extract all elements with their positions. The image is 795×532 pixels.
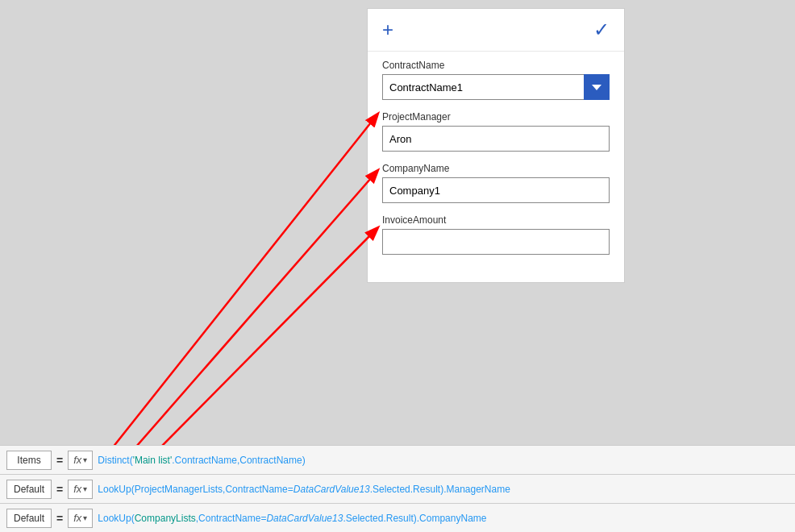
default-company-fx-button[interactable]: fx ▾ xyxy=(68,509,93,528)
company-name-input[interactable] xyxy=(382,177,610,203)
fx-text-3: fx xyxy=(73,512,81,524)
default-company-label: Default xyxy=(6,509,52,528)
default-manager-label: Default xyxy=(6,480,52,499)
fx-chevron-icon-2: ▾ xyxy=(83,484,87,493)
contract-name-label: ContractName xyxy=(382,60,610,71)
form-body: ContractName ContractName1 ContractName2… xyxy=(368,60,624,255)
fx-text-2: fx xyxy=(73,483,81,495)
svg-line-0 xyxy=(97,114,377,468)
default-manager-fx-button[interactable]: fx ▾ xyxy=(68,480,93,499)
form-card: + ✓ ContractName ContractName1 ContractN… xyxy=(367,8,625,283)
invoice-amount-group: InvoiceAmount xyxy=(382,214,610,255)
svg-line-1 xyxy=(97,171,377,492)
items-label: Items xyxy=(6,451,52,470)
company-name-group: CompanyName xyxy=(382,163,610,203)
items-fx-button[interactable]: fx ▾ xyxy=(68,451,93,470)
formula-bars: Items = fx ▾ Distinct('Main list'.Contra… xyxy=(0,445,795,532)
contract-name-group: ContractName ContractName1 ContractName2 xyxy=(382,60,610,100)
default-manager-formula-content: LookUp(ProjectManagerLists,ContractName=… xyxy=(98,484,789,495)
project-manager-group: ProjectManager xyxy=(382,111,610,152)
contract-name-select-wrapper: ContractName1 ContractName2 xyxy=(382,74,610,100)
items-formula-bar: Items = fx ▾ Distinct('Main list'.Contra… xyxy=(0,445,795,474)
default-company-formula-bar: Default = fx ▾ LookUp(CompanyLists,Contr… xyxy=(0,503,795,532)
form-toolbar: + ✓ xyxy=(368,9,624,52)
default-manager-eq-sign: = xyxy=(56,483,63,496)
invoice-amount-label: InvoiceAmount xyxy=(382,214,610,226)
project-manager-label: ProjectManager xyxy=(382,111,610,123)
default-manager-formula-bar: Default = fx ▾ LookUp(ProjectManagerList… xyxy=(0,474,795,503)
invoice-amount-input[interactable] xyxy=(382,229,610,255)
project-manager-input[interactable] xyxy=(382,126,610,152)
fx-text: fx xyxy=(73,454,81,466)
check-icon[interactable]: ✓ xyxy=(593,19,610,41)
fx-chevron-icon: ▾ xyxy=(83,455,87,464)
add-icon[interactable]: + xyxy=(382,19,393,41)
company-name-label: CompanyName xyxy=(382,163,610,174)
items-formula-content: Distinct('Main list'.ContractName,Contra… xyxy=(98,455,789,466)
default-company-formula-content: LookUp(CompanyLists,ContractName=DataCar… xyxy=(98,513,789,524)
items-eq-sign: = xyxy=(56,454,63,467)
contract-name-select[interactable]: ContractName1 ContractName2 xyxy=(382,74,610,100)
fx-chevron-icon-3: ▾ xyxy=(83,513,87,522)
default-company-eq-sign: = xyxy=(56,512,63,525)
